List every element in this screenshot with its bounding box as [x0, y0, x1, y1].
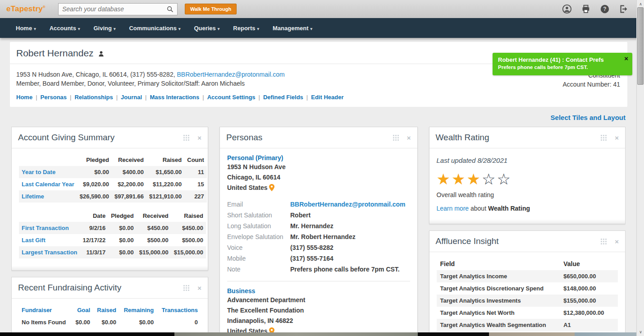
- scroll-down-icon[interactable]: ∨: [637, 330, 644, 334]
- select-tiles-layout-link[interactable]: Select Tiles and Layout: [551, 114, 626, 121]
- cell: Target Analytics Net Worth: [437, 307, 560, 319]
- cell: $0.00: [108, 246, 137, 258]
- field-value: Mr. Robert Hernandez: [290, 233, 356, 240]
- subnav-home[interactable]: Home: [16, 94, 32, 101]
- close-icon[interactable]: ×: [197, 285, 201, 291]
- rating-caption: Overall wealth rating: [437, 191, 618, 198]
- field-value: (317) 555-8282: [290, 244, 333, 251]
- separator: |: [116, 94, 118, 101]
- nav-giving[interactable]: Giving▾: [87, 25, 122, 32]
- separator: |: [306, 94, 308, 101]
- col-header: Value: [560, 258, 618, 270]
- subnav-defined-fields[interactable]: Defined Fields: [263, 94, 303, 101]
- cell: Target Analytics Investments: [437, 295, 560, 307]
- help-icon[interactable]: ?: [600, 4, 610, 14]
- drag-handle-icon[interactable]: [393, 135, 399, 141]
- subnav-personas[interactable]: Personas: [41, 94, 67, 101]
- tile-title: Personas: [226, 133, 262, 143]
- cell: $400.00: [112, 166, 146, 178]
- subnav-journal[interactable]: Journal: [121, 94, 142, 101]
- toast-title: Robert Hernandez (41) : Contact Prefs: [498, 56, 620, 63]
- col-header[interactable]: Remaining: [119, 304, 156, 316]
- cell: 12/17/22: [80, 234, 109, 246]
- chevron-down-icon: ▾: [310, 27, 312, 31]
- search-icon[interactable]: [167, 6, 174, 13]
- drag-handle-icon[interactable]: [601, 239, 607, 244]
- search-input[interactable]: [62, 5, 167, 13]
- close-icon[interactable]: ×: [624, 55, 628, 62]
- close-icon[interactable]: ×: [197, 134, 201, 141]
- address-line: United States: [227, 183, 410, 193]
- subnav-relationships[interactable]: Relationships: [74, 94, 113, 101]
- subnav-account-settings[interactable]: Account Settings: [207, 94, 256, 101]
- table-row: Target Analytics Net Worth $12,380,000.0…: [437, 307, 618, 319]
- last-calendar-year-link[interactable]: Last Calendar Year: [22, 181, 74, 188]
- nav-accounts[interactable]: Accounts▾: [43, 25, 87, 32]
- print-icon[interactable]: [581, 4, 591, 14]
- col-header: Pledged: [108, 210, 137, 222]
- cell: $0.00: [93, 316, 119, 328]
- close-icon[interactable]: ×: [615, 238, 619, 245]
- logout-icon[interactable]: [619, 4, 629, 14]
- lifetime-link[interactable]: Lifetime: [22, 193, 44, 200]
- nav-queries[interactable]: Queries▾: [187, 25, 226, 32]
- svg-text:?: ?: [603, 6, 606, 12]
- col-header: Received: [112, 154, 146, 166]
- field-label: Voice: [227, 244, 290, 251]
- cell: 15: [184, 178, 207, 190]
- subnav-edit-header[interactable]: Edit Header: [311, 94, 343, 101]
- col-header[interactable]: Transactions: [156, 304, 201, 316]
- nav-communications[interactable]: Communications▾: [122, 25, 187, 32]
- table-row: First Transaction 9/2/16 $0.00 $450.00 $…: [19, 222, 206, 234]
- close-icon[interactable]: ×: [407, 134, 411, 141]
- cell: $9,020.00: [77, 178, 112, 190]
- vertical-scrollbar[interactable]: ∧ ∨: [636, 0, 644, 336]
- col-header: Count: [184, 154, 207, 166]
- col-header[interactable]: Raised: [93, 304, 119, 316]
- map-pin-icon[interactable]: [269, 184, 274, 191]
- topbar-icons: ?: [562, 0, 629, 18]
- address-line: United States: [227, 326, 410, 333]
- separator: |: [36, 94, 37, 101]
- walk-me-through-button[interactable]: Walk Me Through: [185, 4, 237, 14]
- cell: $0.00: [72, 316, 93, 328]
- drag-handle-icon[interactable]: [183, 135, 189, 141]
- scroll-up-icon[interactable]: ∧: [637, 2, 644, 6]
- scrollbar-thumb[interactable]: [637, 7, 644, 85]
- chevron-down-icon: ▾: [78, 27, 80, 31]
- drag-handle-icon[interactable]: [601, 135, 607, 141]
- col-header[interactable]: Fundraiser: [19, 304, 72, 316]
- transactions-table: Date Pledged Received Raised First Trans…: [19, 210, 206, 258]
- col-header[interactable]: Goal: [72, 304, 93, 316]
- subnav-mass-interactions[interactable]: Mass Interactions: [150, 94, 199, 101]
- email-link[interactable]: BBRobertHernandez@protonmail.com: [177, 71, 284, 78]
- tiles-area: Account Giving Summary × Pledged Receive…: [11, 127, 626, 333]
- separator: |: [70, 94, 71, 101]
- nav-home[interactable]: Home▾: [9, 25, 43, 32]
- year-to-date-link[interactable]: Year to Date: [22, 169, 55, 175]
- user-account-icon[interactable]: [562, 4, 572, 14]
- business-link[interactable]: Business: [227, 287, 255, 295]
- chevron-down-icon: ▾: [218, 27, 220, 31]
- learn-more-line: Learn more about Wealth Rating: [437, 205, 618, 212]
- nav-management[interactable]: Management▾: [266, 25, 319, 32]
- search-box[interactable]: [58, 3, 178, 15]
- table-row: Target Analytics Income $650,000.00: [437, 270, 618, 282]
- largest-transaction-link[interactable]: Largest Transaction: [22, 249, 78, 256]
- cell: 0: [156, 316, 201, 328]
- cell: $500.00: [171, 234, 206, 246]
- drag-handle-icon[interactable]: [183, 285, 189, 291]
- email-link[interactable]: BBRobertHernandez@protonmail.com: [290, 201, 406, 208]
- tile-title: Wealth Rating: [436, 133, 489, 143]
- cell: $26,590.00: [77, 190, 112, 203]
- close-icon[interactable]: ×: [615, 134, 619, 141]
- nav-reports[interactable]: Reports▾: [226, 25, 266, 32]
- personal-primary-link[interactable]: Personal (Primary): [227, 154, 283, 161]
- last-gift-link[interactable]: Last Gift: [22, 237, 46, 244]
- field-row: Mobile (317) 555-7164: [227, 253, 410, 264]
- cell: Target Analytics Wealth Segmentation: [437, 319, 560, 331]
- learn-more-link[interactable]: Learn more: [437, 205, 469, 212]
- col-header: Raised: [146, 154, 184, 166]
- first-transaction-link[interactable]: First Transaction: [22, 225, 69, 231]
- cell: Target Analytics Discretionary Spend: [437, 282, 560, 295]
